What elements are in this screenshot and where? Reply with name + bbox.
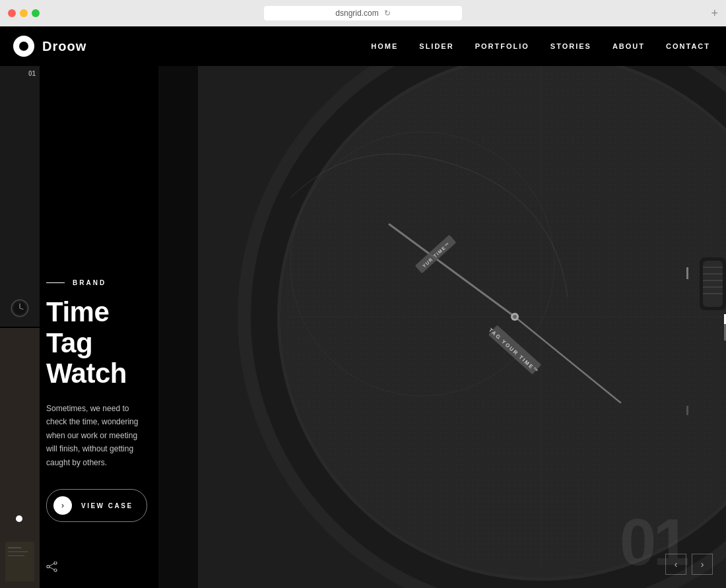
address-bar[interactable]: dsngrid.com ↻: [264, 6, 462, 20]
brand-text: BRAND: [73, 279, 106, 286]
watch-thumbnail-svg: [8, 296, 32, 320]
svg-point-30: [513, 315, 517, 319]
prev-arrow[interactable]: ‹: [665, 554, 686, 575]
svg-line-12: [50, 568, 54, 570]
logo-inner: [19, 42, 28, 51]
svg-point-9: [54, 569, 57, 572]
svg-rect-40: [158, 66, 198, 588]
nav-slider[interactable]: SLIDER: [419, 42, 453, 50]
close-button[interactable]: [8, 9, 16, 17]
nav-about[interactable]: ABOUT: [612, 42, 645, 50]
next-arrow[interactable]: ›: [692, 554, 713, 575]
thumbnail-2[interactable]: [0, 328, 40, 589]
hero-title: Time Tag Watch: [46, 297, 150, 389]
svg-rect-5: [8, 547, 21, 548]
active-dot: [16, 515, 22, 522]
logo-icon: [13, 36, 34, 57]
nav-portfolio[interactable]: PORTFOLIO: [475, 42, 529, 50]
hero-image: TAG YOUR TIME™ YUR TIME™: [158, 66, 726, 588]
svg-point-8: [54, 562, 57, 564]
browser-chrome: dsngrid.com ↻ +: [0, 0, 726, 26]
thumbnail-1[interactable]: 01: [0, 66, 40, 327]
nav: HOME SLIDER PORTFOLIO STORIES ABOUT CONT…: [371, 42, 710, 50]
app: Droow HOME SLIDER PORTFOLIO STORIES ABOU…: [0, 26, 726, 588]
hero-description: Sometimes, we need to check the time, wo…: [46, 402, 150, 469]
btn-arrow-icon: ›: [53, 496, 72, 515]
svg-point-10: [47, 566, 50, 568]
thumb-number-1: 01: [28, 70, 36, 77]
brand-label: BRAND: [46, 279, 150, 286]
logo-area: Droow: [13, 36, 86, 57]
header: Droow HOME SLIDER PORTFOLIO STORIES ABOU…: [0, 26, 726, 66]
svg-rect-39: [686, 406, 688, 415]
minimize-button[interactable]: [20, 9, 28, 17]
svg-rect-7: [8, 555, 24, 556]
nav-home[interactable]: HOME: [371, 42, 398, 50]
refresh-icon[interactable]: ↻: [384, 9, 391, 18]
nav-contact[interactable]: CONTACT: [666, 42, 710, 50]
brand-line: [46, 282, 65, 283]
maximize-button[interactable]: [32, 9, 40, 17]
svg-rect-38: [686, 267, 688, 279]
nav-arrows: ‹ ›: [665, 554, 713, 575]
view-case-button[interactable]: › VIEW CASE: [46, 489, 147, 522]
thumbnail-2-svg: [0, 535, 40, 588]
main-content: 01: [0, 66, 726, 588]
sidebar: 01: [0, 66, 158, 588]
logo-text[interactable]: Droow: [42, 39, 86, 54]
share-svg: [46, 562, 58, 572]
svg-line-11: [50, 564, 54, 566]
btn-text: VIEW CASE: [81, 502, 133, 509]
sidebar-thumbnails: 01: [0, 66, 40, 588]
svg-rect-6: [8, 551, 28, 552]
url-text: dsngrid.com: [335, 9, 378, 18]
new-tab-button[interactable]: +: [711, 7, 718, 19]
nav-stories[interactable]: STORIES: [550, 42, 591, 50]
share-icon[interactable]: [46, 562, 58, 575]
traffic-lights: [8, 9, 40, 17]
dot-indicator: [16, 515, 22, 522]
